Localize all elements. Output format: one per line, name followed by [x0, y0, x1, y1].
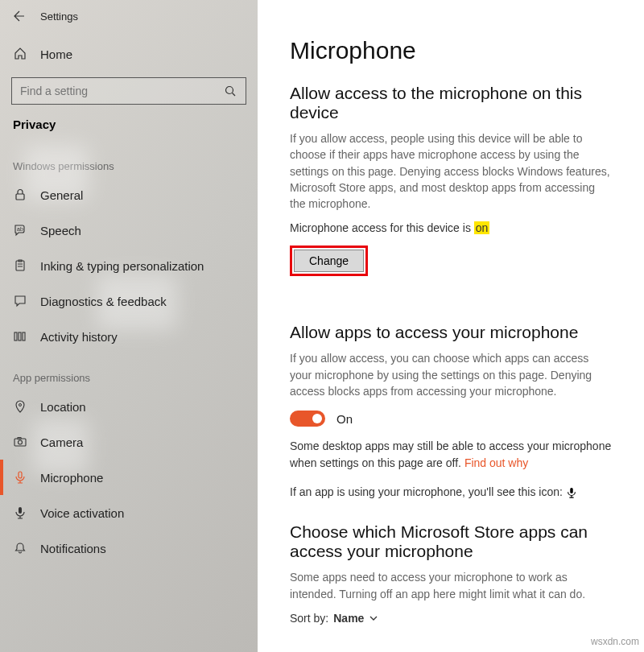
section-heading: Allow apps to access your microphone [290, 323, 612, 342]
search-input[interactable] [20, 85, 225, 97]
location-icon [13, 400, 27, 413]
nav-inking[interactable]: Inking & typing personalization [0, 248, 258, 283]
clipboard-icon [13, 259, 27, 272]
nav-microphone[interactable]: Microphone [0, 460, 258, 495]
svg-rect-17 [570, 488, 573, 493]
nav-label: General [40, 188, 83, 202]
nav-label: Voice activation [40, 506, 124, 520]
nav-notifications[interactable]: Notifications [0, 530, 258, 566]
svg-rect-16 [19, 507, 22, 514]
microphone-icon [13, 471, 27, 484]
section-store-apps: Choose which Microsoft Store apps can ac… [290, 522, 612, 625]
search-box[interactable] [11, 77, 246, 105]
svg-rect-10 [23, 332, 25, 340]
speech-icon: ab [13, 224, 27, 237]
nav-general[interactable]: General [0, 177, 258, 213]
section-description: If you allow access, you can choose whic… [290, 350, 612, 399]
section-device-access: Allow access to the microphone on this d… [290, 84, 612, 300]
section-heading: Allow access to the microphone on this d… [290, 84, 612, 122]
app-root: Settings Home Privacy Windows permission… [0, 0, 644, 652]
toggle-row: On [290, 411, 612, 427]
sort-prefix: Sort by: [290, 612, 328, 625]
svg-point-13 [19, 440, 23, 444]
nav-label: Camera [40, 435, 83, 449]
watermark: wsxdn.com [591, 636, 639, 647]
activity-icon [13, 330, 27, 343]
page-title: Microphone [290, 37, 612, 64]
change-button-highlight: Change [290, 246, 368, 276]
nav-speech[interactable]: ab Speech [0, 213, 258, 248]
change-button[interactable]: Change [294, 250, 364, 272]
svg-rect-15 [19, 472, 22, 478]
nav-label: Location [40, 400, 86, 414]
feedback-icon [13, 295, 27, 307]
desktop-apps-note: Some desktop apps may still be able to a… [290, 438, 612, 471]
app-title: Settings [40, 10, 78, 23]
section-heading: Choose which Microsoft Store apps can ac… [290, 522, 612, 561]
home-icon [13, 47, 27, 61]
nav-label: Diagnostics & feedback [40, 295, 167, 308]
bell-icon [13, 542, 27, 555]
svg-rect-4 [16, 261, 24, 270]
nav-label: Activity history [40, 330, 118, 344]
status-prefix: Microphone access for this device is [290, 221, 474, 234]
nav-label: Inking & typing personalization [40, 259, 204, 273]
svg-line-1 [233, 93, 236, 97]
camera-icon [13, 435, 27, 448]
svg-point-11 [19, 404, 22, 406]
nav-label: Speech [40, 224, 81, 237]
nav-label: Notifications [40, 542, 106, 555]
svg-rect-9 [19, 332, 21, 340]
section-description: If you allow access, people using this d… [290, 130, 612, 212]
home-label: Home [40, 47, 72, 61]
lock-icon [13, 188, 27, 201]
find-out-why-link[interactable]: Find out why [464, 456, 528, 469]
svg-rect-12 [14, 439, 26, 446]
search-container [0, 72, 258, 114]
group-app-permissions: App permissions [0, 354, 258, 389]
category-header: Privacy [0, 114, 258, 142]
toggle-label: On [336, 412, 353, 426]
main-content: Microphone Allow access to the microphon… [258, 0, 644, 652]
section-description: Some apps need to access your microphone… [290, 569, 612, 602]
title-bar: Settings [0, 10, 258, 35]
svg-rect-8 [14, 332, 17, 340]
svg-point-0 [226, 87, 233, 94]
status-value: on [474, 221, 490, 234]
sort-value: Name [333, 612, 364, 625]
nav-diagnostics[interactable]: Diagnostics & feedback [0, 283, 258, 319]
home-nav[interactable]: Home [0, 35, 258, 72]
nav-voice-activation[interactable]: Voice activation [0, 495, 258, 530]
svg-rect-2 [16, 194, 24, 200]
sort-by-dropdown[interactable]: Sort by: Name [290, 612, 612, 625]
mic-in-use-note: If an app is using your microphone, you'… [290, 484, 612, 500]
svg-text:ab: ab [17, 226, 23, 232]
nav-camera[interactable]: Camera [0, 424, 258, 460]
nav-activity[interactable]: Activity history [0, 319, 258, 354]
back-button[interactable] [13, 10, 26, 23]
chevron-down-icon [369, 613, 378, 623]
section-app-access: Allow apps to access your microphone If … [290, 323, 612, 500]
back-arrow-icon [13, 10, 26, 23]
nav-location[interactable]: Location [0, 389, 258, 424]
voice-icon [13, 506, 27, 519]
sidebar: Settings Home Privacy Windows permission… [0, 0, 258, 652]
microphone-indicator-icon [566, 487, 577, 498]
nav-label: Microphone [40, 471, 103, 485]
search-icon [225, 85, 237, 97]
device-status: Microphone access for this device is on [290, 221, 612, 234]
app-access-toggle[interactable] [290, 411, 325, 427]
